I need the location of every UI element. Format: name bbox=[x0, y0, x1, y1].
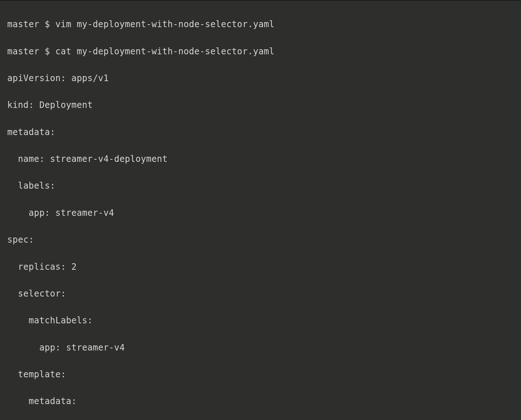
terminal-output[interactable]: master $ vim my-deployment-with-node-sel… bbox=[7, 4, 514, 420]
command-line-cat: master $ cat my-deployment-with-node-sel… bbox=[7, 45, 514, 58]
yaml-line: metadata: bbox=[7, 395, 514, 408]
yaml-line: spec: bbox=[7, 233, 514, 247]
yaml-line: apiVersion: apps/v1 bbox=[7, 72, 514, 85]
yaml-line: template: bbox=[7, 368, 514, 381]
yaml-line: replicas: 2 bbox=[7, 260, 514, 274]
yaml-line: name: streamer-v4-deployment bbox=[7, 152, 514, 166]
command-line-vim: master $ vim my-deployment-with-node-sel… bbox=[7, 18, 514, 31]
yaml-line: app: streamer-v4 bbox=[7, 206, 514, 220]
yaml-line: matchLabels: bbox=[7, 314, 514, 327]
yaml-line: labels: bbox=[7, 179, 514, 193]
yaml-line: kind: Deployment bbox=[7, 98, 514, 112]
yaml-line: selector: bbox=[7, 287, 514, 301]
yaml-line: app: streamer-v4 bbox=[7, 341, 514, 354]
yaml-line: metadata: bbox=[7, 126, 514, 139]
